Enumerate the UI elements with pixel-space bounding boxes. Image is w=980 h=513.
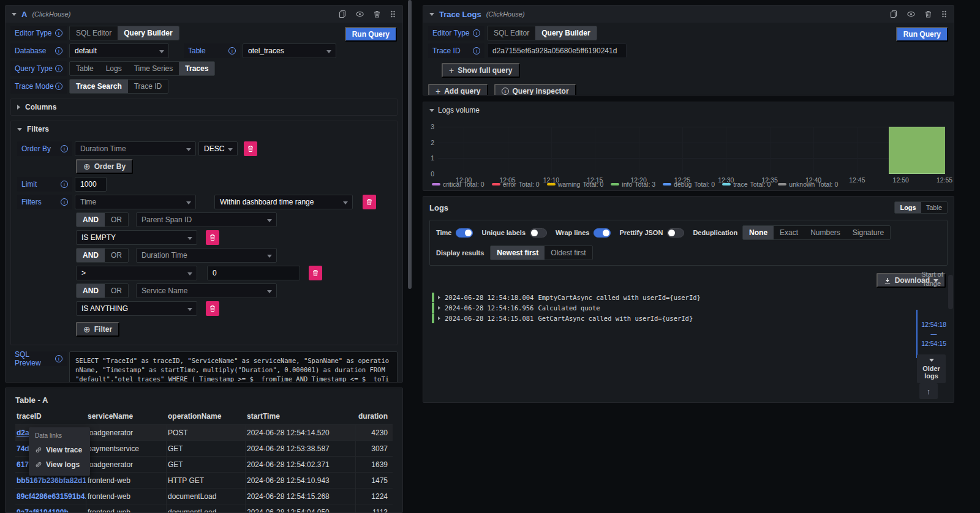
drag-handle-icon[interactable] (390, 10, 396, 18)
limit-input[interactable] (75, 177, 107, 192)
panel-title[interactable]: Trace Logs (439, 10, 481, 19)
bool-and[interactable]: AND (77, 249, 105, 262)
trash-icon[interactable] (924, 10, 932, 18)
older-logs-button[interactable]: Older logs (917, 354, 946, 383)
logs-scrollbar[interactable] (948, 275, 953, 309)
legend-item-trace[interactable]: traceTotal: 0 (722, 181, 771, 188)
info-icon[interactable] (55, 83, 62, 90)
legend-item-error[interactable]: errorTotal: 0 (492, 181, 540, 188)
condition-field-select[interactable]: Duration Time (136, 248, 277, 263)
bool-or[interactable]: OR (105, 284, 128, 298)
show-full-query-button[interactable]: +Show full query (442, 63, 520, 78)
filter-field-select[interactable]: Time (75, 195, 196, 209)
bool-or[interactable]: OR (105, 213, 128, 227)
info-icon[interactable] (228, 47, 236, 54)
remove-condition-button[interactable] (206, 230, 219, 245)
display-newest-first[interactable]: Newest first (491, 246, 545, 260)
dedup-numbers[interactable]: Numbers (804, 226, 846, 239)
toggle-switch[interactable] (530, 228, 547, 238)
filters-section-header[interactable]: Filters (11, 121, 397, 137)
column-header-serviceName[interactable]: serviceName (86, 410, 167, 424)
columns-section-header[interactable]: Columns (11, 99, 397, 115)
copy-icon[interactable] (889, 10, 898, 18)
view-table[interactable]: Table (921, 202, 947, 213)
display-oldest-first[interactable]: Oldest first (545, 246, 592, 260)
query-type-traces[interactable]: Traces (179, 62, 214, 75)
toggle-switch[interactable] (667, 228, 684, 238)
legend-item-debug[interactable]: debugTotal: 0 (663, 181, 715, 188)
toggle-switch[interactable] (456, 228, 473, 238)
legend-item-info[interactable]: infoTotal: 3 (611, 181, 655, 188)
trace-id-input[interactable] (487, 43, 627, 58)
order-by-field-select[interactable]: Duration Time (75, 141, 196, 156)
eye-icon[interactable] (907, 10, 916, 18)
trace-id-link[interactable]: 9a7af6194190b... (15, 504, 86, 513)
eye-icon[interactable] (355, 10, 364, 18)
table-select[interactable]: otel_traces (243, 43, 336, 58)
trace-mode-trace-id[interactable]: Trace ID (128, 80, 168, 93)
condition-operator-select[interactable]: > (76, 266, 197, 280)
column-header-operationName[interactable]: operationName (167, 410, 246, 424)
trace-id-link[interactable]: 89cf4286e631591b4... (15, 489, 86, 504)
info-icon[interactable] (55, 65, 62, 72)
order-by-direction-select[interactable]: DESC (198, 141, 238, 156)
collapse-icon[interactable] (429, 13, 434, 16)
log-row[interactable]: 2024-06-28 12:54:15.081GetCartAsync call… (432, 313, 954, 323)
editor-type-sql-editor[interactable]: SQL Editor (488, 26, 535, 40)
condition-field-select[interactable]: Parent Span ID (136, 212, 277, 227)
dedup-exact[interactable]: Exact (774, 226, 804, 239)
condition-operator-select[interactable]: IS EMPTY (76, 230, 197, 245)
legend-item-warning[interactable]: warningTotal: 0 (547, 181, 604, 188)
collapse-icon[interactable] (12, 13, 17, 16)
info-icon[interactable] (61, 198, 68, 206)
remove-filter-button[interactable] (363, 195, 376, 209)
drag-handle-icon[interactable] (941, 10, 948, 18)
panel-title[interactable]: A (21, 10, 27, 19)
info-icon[interactable] (55, 47, 62, 54)
legend-item-critical[interactable]: criticalTotal: 0 (432, 181, 484, 188)
legend-item-unknown[interactable]: unknownTotal: 0 (778, 181, 838, 188)
log-row[interactable]: 2024-06-28 12:54:18.004EmptyCartAsync ca… (432, 293, 954, 302)
remove-condition-button[interactable] (206, 301, 219, 316)
trace-mode-trace-search[interactable]: Trace Search (70, 80, 128, 93)
column-header-startTime[interactable]: startTime (246, 410, 356, 424)
dedup-signature[interactable]: Signature (846, 226, 890, 239)
query-type-time-series[interactable]: Time Series (128, 62, 179, 75)
info-icon[interactable] (55, 355, 62, 362)
bool-and[interactable]: AND (77, 284, 105, 298)
expand-log-icon[interactable] (438, 306, 440, 310)
context-menu-item-view-trace[interactable]: View trace (29, 443, 90, 457)
condition-field-select[interactable]: Service Name (136, 283, 277, 298)
condition-value-input[interactable] (207, 266, 300, 280)
info-icon[interactable] (61, 145, 68, 152)
dedup-none[interactable]: None (743, 226, 774, 239)
run-query-button[interactable]: Run Query (345, 27, 397, 42)
condition-operator-select[interactable]: IS ANYTHING (76, 301, 197, 316)
editor-type-query-builder[interactable]: Query Builder (535, 26, 596, 40)
range-time[interactable]: 12:54:15 (921, 340, 946, 347)
log-row[interactable]: 2024-06-28 12:54:16.956Calculated quote (432, 303, 954, 313)
view-logs[interactable]: Logs (895, 202, 921, 213)
logs-volume-header[interactable]: Logs volume (423, 102, 954, 118)
info-icon[interactable] (55, 29, 62, 37)
expand-log-icon[interactable] (438, 316, 440, 320)
editor-type-sql-editor[interactable]: SQL Editor (70, 26, 118, 40)
trash-icon[interactable] (373, 10, 381, 18)
context-menu-item-view-logs[interactable]: View logs (29, 457, 90, 472)
expand-log-icon[interactable] (438, 296, 440, 299)
query-type-table[interactable]: Table (70, 62, 100, 75)
column-header-traceID[interactable]: traceID (15, 410, 86, 424)
bool-or[interactable]: OR (105, 249, 128, 262)
run-query-button[interactable]: Run Query (896, 27, 948, 42)
remove-condition-button[interactable] (309, 266, 322, 280)
query-inspector-button[interactable]: Query inspector (494, 84, 576, 95)
info-icon[interactable] (473, 29, 480, 37)
filter-value-select[interactable]: Within dashboard time range (214, 195, 353, 209)
remove-order-by-button[interactable] (244, 141, 257, 156)
editor-type-query-builder[interactable]: Query Builder (118, 26, 178, 40)
range-time[interactable]: 12:54:18 (921, 321, 946, 328)
scroll-to-top-button[interactable]: ↑ (919, 383, 938, 399)
copy-icon[interactable] (338, 10, 347, 18)
database-select[interactable]: default (69, 43, 169, 58)
bool-and[interactable]: AND (77, 213, 105, 227)
